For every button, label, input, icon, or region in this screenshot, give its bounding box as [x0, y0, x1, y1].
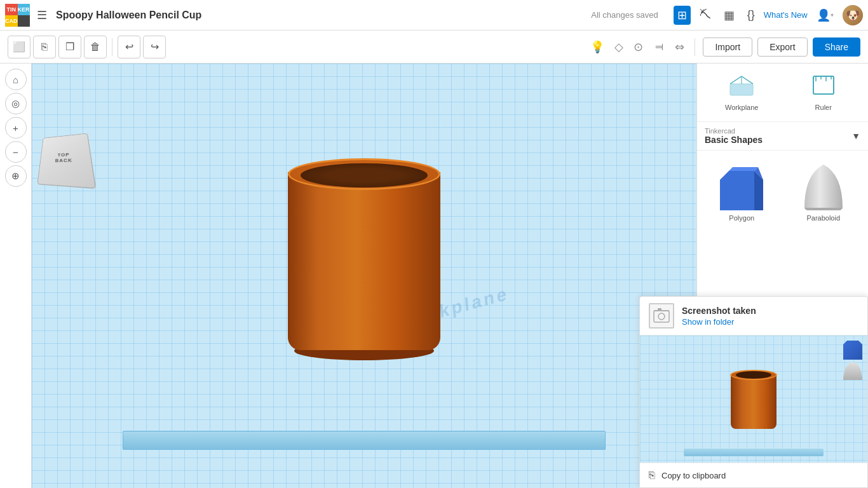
- workplane-button[interactable]: ⬜: [8, 36, 31, 58]
- preview-viewport: [640, 336, 867, 463]
- mini-cup-inner: [736, 371, 771, 379]
- screenshot-title: Screenshot taken: [682, 306, 756, 316]
- screenshot-preview-inner: [640, 336, 867, 463]
- pick-tool-button[interactable]: ⛏: [696, 6, 715, 24]
- zoom-in-button[interactable]: +: [5, 117, 27, 139]
- shapes-dropdown-arrow[interactable]: ▼: [851, 131, 860, 141]
- logo-cell-blank: [18, 15, 30, 27]
- paraboloid-label: Paraboloid: [806, 214, 840, 222]
- svg-rect-14: [654, 311, 669, 322]
- screenshot-text: Screenshot taken Show in folder: [682, 306, 756, 327]
- ruler-tool[interactable]: Ruler: [784, 69, 864, 116]
- toolbar-divider: [112, 38, 112, 56]
- screenshot-notification: Screenshot taken Show in folder: [639, 296, 868, 488]
- save-status: All changes saved: [591, 10, 658, 20]
- screenshot-footer: ⎘ Copy to clipboard: [640, 463, 867, 487]
- preview-polygon: [843, 341, 862, 360]
- svg-line-2: [742, 76, 753, 84]
- tinkercad-logo[interactable]: TIN KER CAD: [5, 4, 28, 27]
- ruler-tool-label: Ruler: [815, 104, 832, 111]
- preview-cup: [728, 357, 779, 433]
- preview-shapes: [843, 341, 862, 380]
- shapes-category-info: Tinkercad Basic Shapes: [705, 127, 763, 145]
- fit-view-button[interactable]: ◎: [5, 93, 27, 114]
- whats-new-button[interactable]: What's New: [764, 10, 808, 20]
- screenshot-header: Screenshot taken Show in folder: [640, 297, 867, 336]
- preview-platform: [684, 449, 824, 456]
- copy-icon: ⎘: [649, 470, 655, 481]
- cube-back-label: BACK: [55, 158, 73, 164]
- duplicate-button[interactable]: ❒: [58, 36, 81, 58]
- toolbar: ⬜ ⎘ ❒ 🗑 ↩ ↪ 💡 ◇ ⊙ ⫤ ⇔ Import Export Shar…: [0, 30, 868, 64]
- code-button[interactable]: {}: [743, 6, 759, 24]
- top-navigation: TIN KER CAD ☰ Spoopy Halloween Pencil Cu…: [0, 0, 868, 30]
- project-title: Spoopy Halloween Pencil Cup: [56, 10, 201, 21]
- shapes-header: Tinkercad Basic Shapes ▼: [697, 122, 868, 151]
- delete-button[interactable]: 🗑: [84, 36, 107, 58]
- avatar[interactable]: 🐶: [843, 5, 863, 25]
- mirror-button[interactable]: ⇔: [672, 37, 687, 57]
- left-sidebar: ⌂ ◎ + − ⊕: [0, 64, 32, 488]
- light-button[interactable]: 💡: [588, 37, 607, 57]
- toolbar-divider-2: [695, 38, 695, 56]
- svg-point-15: [658, 313, 665, 320]
- zoom-out-button[interactable]: −: [5, 141, 27, 163]
- hamburger-button[interactable]: ☰: [33, 6, 51, 25]
- preview-paraboloid: [843, 362, 862, 380]
- mini-cup-body: [731, 375, 776, 429]
- shapes-category-value: Basic Shapes: [705, 135, 763, 145]
- paraboloid-icon: [798, 161, 849, 212]
- svg-marker-10: [729, 167, 758, 171]
- cup-body: [288, 172, 440, 350]
- ruler-tool-icon: [811, 74, 836, 101]
- logo-cell-tin: TIN: [5, 4, 18, 15]
- layers-button[interactable]: ▦: [720, 6, 738, 25]
- screenshot-icon: [649, 303, 674, 329]
- copy-button[interactable]: ⎘: [33, 36, 56, 58]
- copy-to-clipboard-button[interactable]: Copy to clipboard: [661, 471, 726, 480]
- user-add-button[interactable]: 👤+: [813, 6, 837, 25]
- screenshot-preview: [640, 336, 867, 463]
- workplane-platform: [123, 431, 606, 450]
- redo-button[interactable]: ↪: [143, 36, 166, 58]
- svg-rect-4: [813, 76, 834, 94]
- import-button[interactable]: Import: [703, 37, 752, 57]
- pencil-cup-model[interactable]: [281, 158, 447, 355]
- orientation-button[interactable]: ⊕: [5, 165, 27, 187]
- home-view-button[interactable]: ⌂: [5, 69, 27, 90]
- shape-button[interactable]: ◇: [612, 37, 626, 57]
- workplane-tool-icon: [729, 74, 754, 101]
- logo-cell-cad: CAD: [5, 15, 18, 27]
- viewport[interactable]: TOP BACK Workplane Snap Grid: [32, 64, 696, 488]
- logo-cell-ker: KER: [18, 4, 30, 15]
- cup-inner: [301, 163, 428, 187]
- workplane-ruler-panel: Workplane Ruler: [697, 64, 868, 122]
- polygon-icon: [716, 161, 767, 212]
- shapes-category-label: Tinkercad: [705, 127, 763, 135]
- mini-cup: [728, 370, 779, 433]
- align-button[interactable]: ⫤: [651, 37, 667, 56]
- share-button[interactable]: Share: [813, 37, 860, 57]
- screenshot-show-folder-link[interactable]: Show in folder: [682, 317, 756, 327]
- view-cube[interactable]: TOP BACK: [38, 132, 95, 189]
- svg-line-1: [730, 76, 742, 84]
- grid-view-button[interactable]: ⊞: [674, 6, 691, 25]
- avatar-image: 🐶: [843, 5, 863, 25]
- toolbar-right-group: 💡 ◇ ⊙ ⫤ ⇔ Import Export Share: [588, 37, 860, 57]
- svg-rect-16: [658, 308, 661, 311]
- svg-rect-0: [730, 84, 753, 95]
- export-button[interactable]: Export: [757, 37, 807, 57]
- cube-face[interactable]: TOP BACK: [37, 133, 96, 189]
- snap-button[interactable]: ⊙: [631, 37, 646, 57]
- polygon-label: Polygon: [729, 214, 754, 222]
- workplane-tool[interactable]: Workplane: [702, 69, 782, 116]
- cup-outer: [281, 158, 447, 355]
- undo-button[interactable]: ↩: [118, 36, 140, 58]
- workplane-tool-label: Workplane: [725, 104, 758, 111]
